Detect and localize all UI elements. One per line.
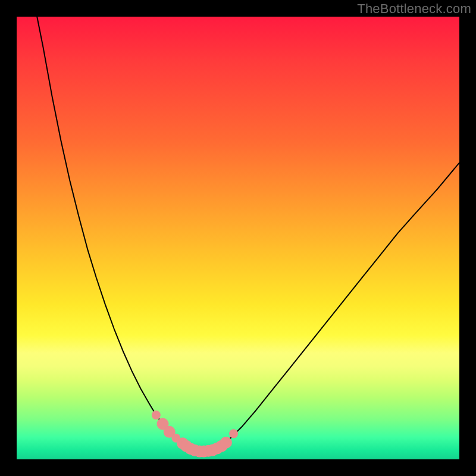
chart-frame: TheBottleneck.com <box>0 0 476 476</box>
curve-right-curve <box>211 163 459 451</box>
curve-left-curve <box>37 17 193 450</box>
marker-point <box>152 411 161 419</box>
marker-point <box>220 437 232 449</box>
watermark-label: TheBottleneck.com <box>357 1 471 17</box>
marker-point <box>229 429 238 438</box>
chart-svg <box>17 17 459 459</box>
plot-area <box>17 17 459 459</box>
